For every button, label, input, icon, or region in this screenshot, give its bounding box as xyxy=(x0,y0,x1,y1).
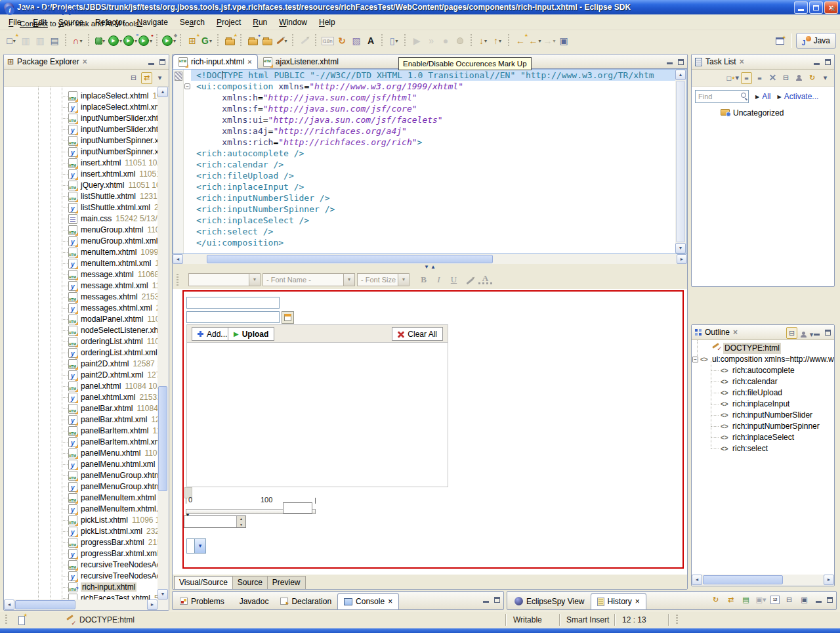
paintbrush-icon[interactable]: ▾ xyxy=(274,33,289,49)
maximize-view-button[interactable] xyxy=(827,597,833,603)
new-task-icon[interactable]: □★▾ xyxy=(727,72,739,84)
italic-button[interactable]: I xyxy=(432,273,446,286)
outline-item[interactable]: DOCTYPE:html xyxy=(692,343,834,354)
close-tab-icon[interactable]: × xyxy=(247,58,251,66)
date-mode-icon[interactable]: 12 xyxy=(770,596,780,604)
tree-item[interactable]: jQuery.xhtml11051 10 xyxy=(4,180,158,191)
task-category-row[interactable]: Uncategorized xyxy=(692,107,834,119)
profile-icon[interactable]: ▶●▾ xyxy=(138,33,153,49)
outline-item[interactable]: <>rich:inplaceSelect xyxy=(692,432,834,443)
tree-item[interactable]: message.xhtml.xml110 xyxy=(4,280,158,292)
tree-item[interactable]: orderingList.xhtml.xml xyxy=(4,347,158,359)
autocomplete-input[interactable] xyxy=(186,297,280,309)
i18n-icon[interactable]: i18n xyxy=(320,33,335,49)
tree-item[interactable]: panelMenuItem.xhtml.x xyxy=(4,504,158,515)
highlight-button[interactable] xyxy=(463,273,476,286)
spinner-arrows[interactable]: ▲▼ xyxy=(236,516,245,527)
link-with-editor-icon[interactable]: ▣ xyxy=(799,594,810,605)
all-filter-link[interactable]: All xyxy=(762,92,770,101)
tree-item[interactable]: panelMenu.xhtml.xml1 xyxy=(4,459,158,470)
open-wizard-icon[interactable]: ★ xyxy=(222,33,237,49)
number-spinner-input[interactable]: ▲▼ xyxy=(184,515,246,528)
tree-item[interactable]: menuItem.xhtml.xml13 xyxy=(4,258,158,269)
package-explorer-tree[interactable]: inplaceSelect.xhtml164inplaceSelect.xhtm… xyxy=(4,87,158,600)
external-tools-icon[interactable]: ▶◆▾ xyxy=(161,33,177,49)
pointer-icon[interactable] xyxy=(453,33,467,49)
view-tab-declaration[interactable]: Declaration xyxy=(274,593,337,609)
calendar-input[interactable] xyxy=(186,311,280,323)
tree-item[interactable]: insert.xhtml11051 10/ xyxy=(4,158,158,169)
categorized-view-icon[interactable]: ≡ xyxy=(741,72,752,84)
collapse-expander-icon[interactable]: − xyxy=(692,357,698,362)
refresh-icon[interactable]: ↻ xyxy=(710,594,721,605)
run-history-icon[interactable]: ▶≡▾ xyxy=(123,33,138,49)
tree-item[interactable]: progressBar.xhtml.xml xyxy=(4,548,158,559)
number-slider-input[interactable] xyxy=(283,502,312,513)
minimize-view-button[interactable] xyxy=(814,330,820,336)
tree-item[interactable]: inputNumberSpinner.xh xyxy=(4,135,158,146)
visual-page-body[interactable]: Add... ▶Upload Clear All 0 100 ▼ ▲▼ xyxy=(182,290,684,569)
view-tab-console[interactable]: Console× xyxy=(337,593,399,609)
print-icon[interactable]: ▤ xyxy=(47,33,62,49)
minimize-editor-button[interactable] xyxy=(667,59,673,64)
mode-tab-preview[interactable]: Preview xyxy=(267,576,306,590)
editor-vscrollbar[interactable]: ▲ ▼ xyxy=(675,70,686,253)
font-size-combo[interactable]: - Font Size -▾ xyxy=(357,273,410,286)
tree-item[interactable]: rich-input.xhtml xyxy=(4,582,158,593)
tree-item[interactable]: panelMenuGroup.xhtml xyxy=(4,470,158,481)
outline-item[interactable]: <>rich:fileUpload xyxy=(692,387,834,399)
tree-item[interactable]: recursiveTreeNodesAd xyxy=(4,559,158,571)
open-perspective-button[interactable] xyxy=(773,33,788,49)
back-to-last-edit-icon[interactable]: ←★ xyxy=(513,33,528,49)
synchronize-icon[interactable]: ↻ xyxy=(807,72,818,84)
server-icon[interactable]: ▯▾ xyxy=(387,33,401,49)
debug-icon[interactable]: ▾ xyxy=(93,33,108,49)
tree-item[interactable]: paint2D.xhtml12587 1 xyxy=(4,359,158,370)
minimize-view-button[interactable] xyxy=(814,60,820,65)
synchronize-icon[interactable]: ↻ xyxy=(335,33,349,49)
view-tab-history[interactable]: History× xyxy=(591,593,646,609)
font-style-icon[interactable]: A xyxy=(364,33,378,49)
tree-item[interactable]: modalPanel.xhtml1107 xyxy=(4,314,158,325)
new-java-project-icon[interactable]: ⊞★ xyxy=(185,33,200,49)
tree-item[interactable]: menuGroup.xhtml1102 xyxy=(4,225,158,236)
tree-item[interactable]: paint2D.xhtml.xml1279 xyxy=(4,370,158,381)
outline-item[interactable]: <>rich:inputNumberSpinner xyxy=(692,421,834,432)
view-menu-icon[interactable]: ▾ xyxy=(154,72,165,84)
tree-item[interactable]: main.css15242 5/13/0 xyxy=(4,213,158,225)
clear-all-button[interactable]: Clear All xyxy=(392,327,443,341)
compare-icon[interactable]: ▣▾ xyxy=(755,594,766,605)
tree-hscrollbar[interactable]: ◄ ► xyxy=(4,600,169,610)
outline-item[interactable]: <>rich:inputNumberSlider xyxy=(692,410,834,421)
close-tab-icon[interactable]: × xyxy=(635,597,640,606)
open-folder-icon[interactable] xyxy=(260,33,274,49)
maximize-view-button[interactable] xyxy=(825,330,831,336)
mode-tab-visual-source[interactable]: Visual/Source xyxy=(174,576,233,590)
tree-item[interactable]: panelBarItem.xhtml.xm xyxy=(4,437,158,448)
tree-item[interactable]: panelBar.xhtml11084 xyxy=(4,403,158,414)
font-color-button[interactable]: A xyxy=(478,273,492,284)
collapse-all-icon[interactable]: ⊟ xyxy=(786,327,797,339)
skip-icon[interactable]: » xyxy=(424,33,438,49)
run-icon[interactable]: ▶▾ xyxy=(108,33,123,49)
outline-tree[interactable]: DOCTYPE:html−<>ui:composition xmlns=http… xyxy=(692,340,834,575)
close-view-icon[interactable]: × xyxy=(733,328,738,337)
view-tab-problems[interactable]: Problems xyxy=(174,593,230,609)
tree-item[interactable]: panelMenuItem.xhtml1 xyxy=(4,492,158,504)
tree-item[interactable]: pickList.xhtml.xml2324 xyxy=(4,526,158,537)
menu-run[interactable]: Run xyxy=(247,14,273,30)
minimize-window-button[interactable] xyxy=(794,1,808,14)
last-edit-location-icon[interactable]: ▣ xyxy=(556,33,571,49)
mark-occurrences-icon[interactable]: ▧ xyxy=(349,33,364,49)
jboss-listener-icon[interactable]: ∩▾ xyxy=(70,33,85,49)
activate-link[interactable]: Activate... xyxy=(784,92,819,101)
tree-item[interactable]: recursiveTreeNodesAd xyxy=(4,571,158,582)
tree-item[interactable]: inputNumberSlider.xhtr xyxy=(4,124,158,135)
outline-item[interactable]: <>rich:autocomplete xyxy=(692,365,834,376)
tree-item[interactable]: nodeSelectListener.xht xyxy=(4,325,158,336)
restore-window-button[interactable] xyxy=(809,1,823,14)
activate-arrow-icon[interactable]: ▶ xyxy=(778,94,782,100)
add-button[interactable]: Add... xyxy=(192,327,233,341)
compare-mode-icon[interactable]: ⇄ xyxy=(725,594,736,605)
close-view-icon[interactable]: × xyxy=(740,57,744,66)
